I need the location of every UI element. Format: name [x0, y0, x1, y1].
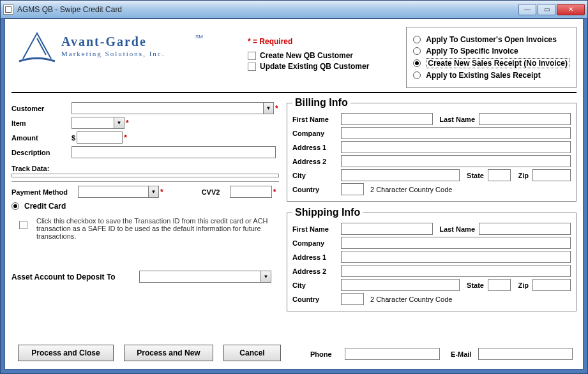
billing-company-input[interactable]	[341, 127, 571, 139]
amount-input[interactable]	[77, 131, 123, 144]
app-icon	[3, 4, 13, 15]
billing-zip-input[interactable]	[532, 169, 571, 181]
apply-existing-receipt-radio[interactable]	[413, 71, 421, 79]
phone-input[interactable]	[345, 348, 440, 360]
left-column: Customer ▼ * Item ▼ * Amount	[11, 96, 279, 317]
titlebar[interactable]: AGMS QB - Swipe Credit Card — ▭ ✕	[1, 1, 587, 19]
window-title: AGMS QB - Swipe Credit Card	[17, 5, 122, 14]
billing-country-input[interactable]	[341, 183, 364, 195]
payment-method-input[interactable]	[78, 186, 148, 198]
billing-address1-input[interactable]	[341, 141, 571, 153]
customer-input[interactable]	[72, 102, 263, 114]
shipping-address1-input[interactable]	[341, 251, 571, 263]
shipping-state-input[interactable]	[488, 279, 511, 291]
app-window: AGMS QB - Swipe Credit Card — ▭ ✕ Avant-…	[0, 0, 588, 374]
customer-combo[interactable]: ▼	[72, 102, 274, 114]
shipping-info-group: Shipping Info First Name Last Name Compa…	[287, 207, 577, 311]
logo-text-2: Marketing Solutions, Inc.	[61, 50, 165, 57]
shipping-address2-input[interactable]	[341, 265, 571, 277]
create-qb-customer-label: Create New QB Customer	[260, 51, 353, 60]
billing-state-input[interactable]	[488, 169, 511, 181]
contact-row: Phone E-Mail	[310, 348, 573, 360]
shipping-zip-input[interactable]	[532, 279, 571, 291]
qb-customer-options: * = Required Create New QB Customer Upda…	[241, 23, 369, 73]
update-qb-customer-label: Update Existing QB Customer	[260, 62, 369, 71]
close-button[interactable]: ✕	[557, 4, 585, 15]
chevron-down-icon[interactable]: ▼	[263, 102, 274, 114]
chevron-down-icon[interactable]: ▼	[148, 186, 159, 198]
shipping-last-name-input[interactable]	[479, 223, 571, 235]
process-and-close-button[interactable]: Process and Close	[18, 345, 114, 361]
track-data-field[interactable]	[11, 174, 279, 177]
cvv2-input[interactable]	[230, 186, 272, 198]
update-qb-customer-checkbox[interactable]	[248, 63, 256, 71]
billing-last-name-input[interactable]	[479, 113, 571, 125]
apply-open-invoices-radio[interactable]	[413, 36, 421, 43]
shipping-country-input[interactable]	[341, 293, 364, 305]
shipping-city-input[interactable]	[341, 279, 460, 291]
window-controls: — ▭ ✕	[518, 4, 585, 15]
create-qb-customer-checkbox[interactable]	[248, 52, 256, 60]
process-and-new-button[interactable]: Process and New	[124, 345, 213, 361]
billing-first-name-input[interactable]	[341, 113, 433, 125]
asset-account-combo[interactable]: ▼	[139, 271, 271, 283]
credit-card-radio[interactable]	[11, 202, 19, 210]
item-combo[interactable]: ▼	[72, 117, 124, 129]
divider	[11, 92, 577, 93]
chevron-down-icon[interactable]: ▼	[114, 117, 124, 129]
apply-specific-invoice-radio[interactable]	[413, 47, 421, 55]
billing-info-group: Billing Info First Name Last Name Compan…	[287, 97, 577, 202]
billing-city-input[interactable]	[341, 169, 460, 181]
create-new-receipt-radio[interactable]	[413, 59, 421, 67]
maximize-button[interactable]: ▭	[538, 4, 555, 15]
minimize-button[interactable]: —	[518, 4, 536, 15]
billing-address2-input[interactable]	[341, 155, 571, 167]
svg-text:SM: SM	[195, 34, 203, 40]
required-hint: * = Required	[248, 37, 369, 46]
bottom-buttons: Process and Close Process and New Cancel	[18, 345, 281, 361]
chevron-down-icon[interactable]: ▼	[260, 271, 271, 283]
save-safe-id-description: Click this checkbox to save the Transact…	[36, 217, 273, 240]
description-input[interactable]	[72, 146, 276, 158]
item-input[interactable]	[72, 117, 114, 129]
email-input[interactable]	[478, 348, 573, 360]
save-safe-id-checkbox[interactable]	[19, 221, 27, 229]
shipping-first-name-input[interactable]	[341, 223, 433, 235]
logo: Avant-Garde SM Marketing Solutions, Inc.	[11, 23, 241, 69]
track-data-label: Track Data:	[11, 165, 279, 172]
asset-account-input[interactable]	[139, 271, 260, 283]
logo-text-1: Avant-Garde	[61, 34, 147, 49]
cancel-button[interactable]: Cancel	[223, 345, 281, 361]
payment-method-combo[interactable]: ▼	[78, 186, 159, 198]
right-column: Billing Info First Name Last Name Compan…	[287, 96, 577, 317]
shipping-company-input[interactable]	[341, 237, 571, 249]
client-area: Avant-Garde SM Marketing Solutions, Inc.…	[4, 19, 584, 370]
apply-options-group: Apply To Customer's Open Invoices Apply …	[406, 27, 577, 88]
